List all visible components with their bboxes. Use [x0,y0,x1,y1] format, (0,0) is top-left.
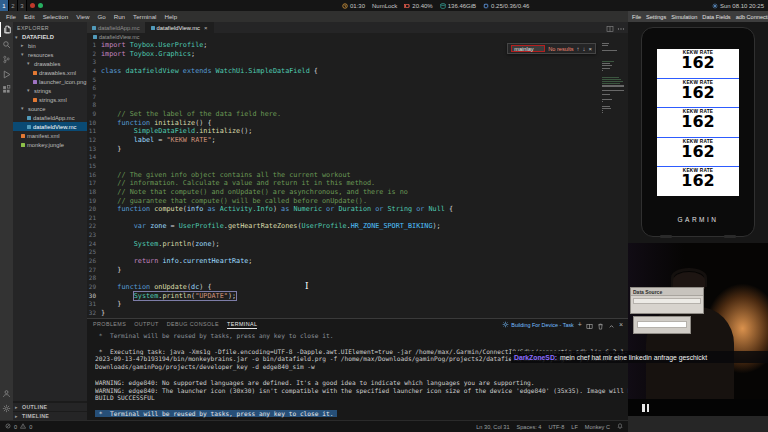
arrow-down-icon[interactable]: ↓ [582,46,585,52]
line-number[interactable]: 15 [87,162,101,171]
git-icon[interactable] [0,52,13,67]
menu-item-view[interactable]: View [72,11,93,22]
code-line[interactable]: 30 System.println("UPDATE"); [87,292,628,301]
section-timeline[interactable]: ▸TIMELINE [13,411,87,420]
section-outline[interactable]: ▸OUTLINE [13,402,87,411]
menu-item-terminal[interactable]: Terminal [129,11,160,22]
tray-icon-green[interactable] [38,3,43,8]
line-number[interactable]: 7 [87,93,101,102]
menu-item-edit[interactable]: Edit [20,11,39,22]
menu-item-file[interactable]: File [2,11,20,22]
bell-icon[interactable] [617,423,623,430]
breadcrumb[interactable]: datafieldView.mc [87,33,628,41]
tree-item[interactable]: drawables.xml [13,68,87,77]
panel-tab-output[interactable]: OUTPUT [134,321,159,329]
line-number[interactable]: 11 [87,127,101,136]
line-number[interactable]: 31 [87,300,101,309]
status-item[interactable]: Ln 30, Col 31 [476,424,509,430]
code-line[interactable]: 12 label = "KEKW RATE"; [87,136,628,145]
find-input[interactable]: mainlay [511,45,545,52]
pause-icon[interactable] [642,404,649,412]
sim-menu-adb-connectio[interactable]: adb Connectio [736,14,768,20]
code-line[interactable]: 29 function onUpdate(dc) { [87,283,628,292]
account-icon[interactable] [0,386,13,401]
menu-item-go[interactable]: Go [93,11,109,22]
line-number[interactable]: 24 [87,240,101,249]
menu-item-help[interactable]: Help [160,11,181,22]
tab-datafieldView.mc[interactable]: datafieldView.mc× [146,22,214,33]
code-line[interactable]: 4class datafieldView extends WatchUi.Sim… [87,67,628,76]
workspace-button[interactable]: 3 [18,0,27,11]
line-number[interactable]: 8 [87,101,101,110]
line-number[interactable]: 3 [87,58,101,67]
line-number[interactable]: 4 [87,67,101,76]
line-number[interactable]: 26 [87,257,101,266]
workspace-button[interactable]: 1 [0,0,9,11]
files-icon[interactable] [0,22,13,37]
panel-tab-terminal[interactable]: TERMINAL [227,321,257,329]
tree-item[interactable]: datafieldApp.mc [13,113,87,122]
line-number[interactable]: 16 [87,171,101,180]
line-number[interactable]: 13 [87,145,101,154]
dialog-row[interactable] [633,298,701,304]
split-terminal-icon[interactable] [586,316,593,334]
code-line[interactable]: 15 [87,162,628,171]
code-line[interactable]: 26 return info.currentHeartRate; [87,257,628,266]
line-number[interactable]: 29 [87,283,101,292]
dialog-secondary[interactable] [633,316,691,334]
code-line[interactable]: 23 [87,231,628,240]
terminal-output[interactable]: * Terminal will be reused by tasks, pres… [87,330,628,418]
trash-icon[interactable] [597,316,604,334]
tree-item[interactable]: ▾source [13,104,87,113]
tab-datafieldApp.mc[interactable]: datafieldApp.mc [87,22,146,33]
dialog-data-source[interactable]: Data Source [630,287,704,314]
code-line[interactable]: 10 function initialize() { [87,119,628,128]
code-line[interactable]: 18 // Note that compute() and onUpdate()… [87,188,628,197]
device-button-left[interactable] [660,235,672,238]
line-number[interactable]: 27 [87,266,101,275]
menu-item-run[interactable]: Run [110,11,129,22]
device-screen[interactable]: KEKW RATE162KEKW RATE162KEKW RATE162KEKW… [657,49,739,196]
code-line[interactable]: 21 [87,214,628,223]
line-number[interactable]: 18 [87,188,101,197]
line-number[interactable]: 14 [87,153,101,162]
new-terminal-icon[interactable]: + [578,321,582,328]
code-line[interactable]: 3 [87,58,628,67]
line-number[interactable]: 12 [87,136,101,145]
code-line[interactable]: 24 System.println(zone); [87,240,628,249]
code-line[interactable]: 6 [87,84,628,93]
code-line[interactable]: 19 // guarantee that compute() will be c… [87,197,628,206]
code-line[interactable]: 17 // information. Calculate a value and… [87,179,628,188]
code-line[interactable]: 16 // The given info object contains all… [87,171,628,180]
code-line[interactable]: 5 [87,76,628,85]
tree-item[interactable]: strings.xml [13,95,87,104]
code-editor[interactable]: 1import Toybox.UserProfile;2import Toybo… [87,41,628,318]
close-panel-icon[interactable]: × [619,321,623,328]
code-line[interactable]: 11 SimpleDataField.initialize(); [87,127,628,136]
line-number[interactable]: 6 [87,84,101,93]
tree-item[interactable]: launcher_icon.png [13,77,87,86]
tray-icon-red[interactable] [30,3,35,8]
explorer-section-header[interactable]: ▾ DATAFIELD [13,33,87,41]
line-number[interactable]: 25 [87,248,101,257]
line-number[interactable]: 22 [87,222,101,231]
device-button-right[interactable] [724,235,736,238]
sim-menu-file[interactable]: File [632,14,641,20]
minimap[interactable] [602,43,626,115]
search-icon[interactable] [0,37,13,52]
code-line[interactable]: 13 } [87,145,628,154]
code-line[interactable]: 8 [87,101,628,110]
tree-item[interactable]: manifest.xml [13,131,87,140]
line-number[interactable]: 20 [87,205,101,214]
dialog-input[interactable] [637,321,687,328]
code-line[interactable]: 14 [87,153,628,162]
panel-tab-problems[interactable]: PROBLEMS [93,321,126,329]
status-item[interactable]: Spaces: 4 [517,424,542,430]
line-number[interactable]: 2 [87,50,101,59]
code-line[interactable]: 25 [87,248,628,257]
panel-tab-debug-console[interactable]: DEBUG CONSOLE [167,321,219,329]
status-item[interactable]: Monkey C [585,424,610,430]
sim-menu-data-fields[interactable]: Data Fields [702,14,730,20]
debug-icon[interactable] [0,67,13,82]
line-number[interactable]: 10 [87,119,101,128]
